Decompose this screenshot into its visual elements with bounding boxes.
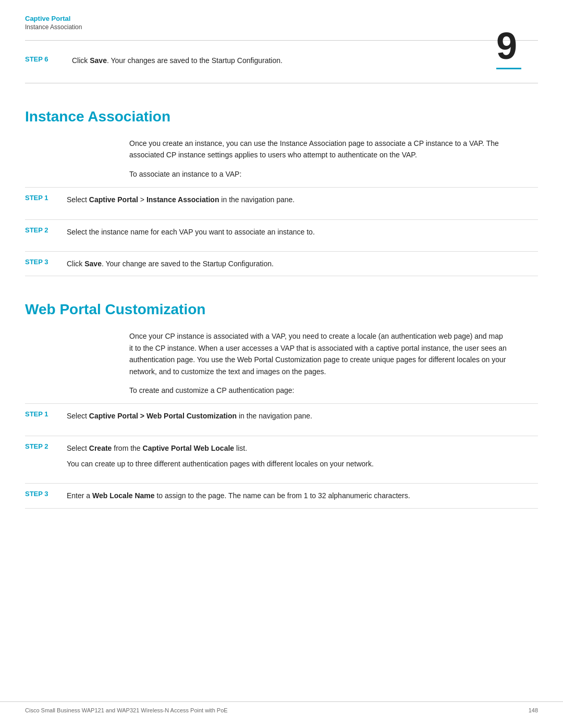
footer-left: Cisco Small Business WAP121 and WAP321 W… [25, 707, 228, 713]
ia-step1-num: STEP 1 [25, 194, 67, 202]
ia-step3-content: Click Save. Your change are saved to the… [67, 258, 274, 269]
instance-association-para2: To associate an instance to a VAP: [129, 168, 507, 180]
ia-step2-content: Select the instance name for each VAP yo… [67, 226, 315, 238]
wp-step2-mid: from the [112, 444, 142, 452]
wp-step1-bold1: Captive Portal > Web Portal Customizatio… [89, 412, 237, 420]
step6-section: STEP 6 Click Save. Your changes are save… [25, 41, 538, 83]
ia-step3-after: . Your change are saved to the Startup C… [102, 260, 274, 268]
wp-step2-bold1: Create [89, 444, 112, 452]
web-portal-para1: Once your CP instance is associated with… [129, 330, 507, 377]
ia-step1-bold2: Instance Association [146, 195, 219, 204]
chapter-number-block: 9 [496, 15, 538, 69]
ia-step2: STEP 2 Select the instance name for each… [25, 219, 538, 244]
wp-step1-num: STEP 1 [25, 410, 67, 418]
ia-step2-num: STEP 2 [25, 226, 67, 234]
wp-step2-sub: You can create up to three different aut… [67, 458, 374, 470]
step6-bold: Save [90, 56, 107, 65]
wp-step2-after: list. [234, 444, 247, 452]
divider-after-step6 [25, 83, 538, 83]
ia-step3-bold1: Save [84, 260, 102, 268]
ia-step1-after: in the navigation pane. [219, 195, 295, 204]
ia-step1-content: Select Captive Portal > Instance Associa… [67, 194, 295, 205]
wp-step2-content: Select Create from the Captive Portal We… [67, 442, 374, 470]
web-portal-para2: To create and customize a CP authenticat… [129, 385, 507, 396]
chapter-number-line [496, 68, 521, 69]
web-portal-content: Once your CP instance is associated with… [129, 330, 507, 396]
page-footer: Cisco Small Business WAP121 and WAP321 W… [0, 701, 563, 713]
chapter-title: Captive Portal [25, 15, 538, 22]
wp-step3-bold1: Web Locale Name [92, 491, 155, 500]
step6-after: . Your changes are saved to the Startup … [107, 56, 283, 65]
step6-row: STEP 6 Click Save. Your changes are save… [25, 55, 538, 66]
wp-step1: STEP 1 Select Captive Portal > Web Porta… [25, 403, 538, 428]
ia-step3-num: STEP 3 [25, 258, 67, 266]
footer-right: 148 [529, 707, 538, 713]
step6-text: Click Save. Your changes are saved to th… [72, 55, 283, 66]
web-portal-heading: Web Portal Customization [25, 301, 538, 318]
header-subtitle: Instance Association [25, 23, 538, 31]
web-portal-steps: STEP 1 Select Captive Portal > Web Porta… [25, 403, 538, 509]
instance-association-content: Once you create an instance, you can use… [129, 138, 507, 180]
instance-association-heading: Instance Association [25, 108, 538, 125]
wp-step2-num: STEP 2 [25, 442, 67, 450]
ia-step1-mid: > [138, 195, 146, 204]
wp-step3: STEP 3 Enter a Web Locale Name to assign… [25, 483, 538, 508]
ia-step1-bold1: Captive Portal [89, 195, 138, 204]
step6-label: STEP 6 [25, 55, 72, 63]
wp-step3-content: Enter a Web Locale Name to assign to the… [67, 490, 410, 501]
wp-step2-bold2: Captive Portal Web Locale [143, 444, 235, 452]
wp-step2: STEP 2 Select Create from the Captive Po… [25, 436, 538, 476]
ia-step1: STEP 1 Select Captive Portal > Instance … [25, 187, 538, 212]
instance-association-steps: STEP 1 Select Captive Portal > Instance … [25, 187, 538, 276]
wp-step1-after: in the navigation pane. [237, 412, 312, 420]
wp-step3-after: to assign to the page. The name can be f… [155, 491, 410, 500]
instance-association-para1: Once you create an instance, you can use… [129, 138, 507, 161]
wp-step1-content: Select Captive Portal > Web Portal Custo… [67, 410, 312, 422]
wp-step3-num: STEP 3 [25, 490, 67, 498]
ia-step3: STEP 3 Click Save. Your change are saved… [25, 251, 538, 276]
chapter-number-text: 9 [496, 27, 513, 65]
